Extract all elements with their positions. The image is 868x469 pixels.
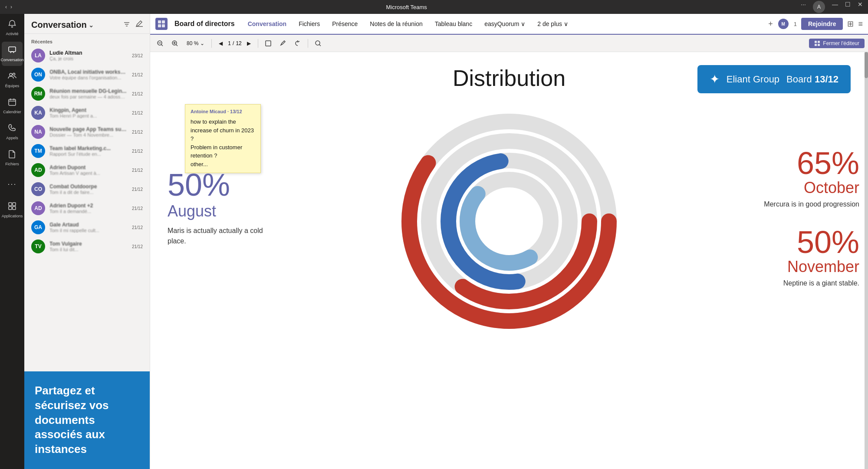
slide-canvas: Distribution ✦ Eliant Group Board 13/12 … — [150, 52, 868, 469]
tool1-button[interactable] — [262, 37, 275, 49]
activity-label: Activité — [6, 32, 18, 36]
right-stat-1-label: October — [755, 179, 859, 197]
chat-preview: Tom il lui dit... — [49, 247, 128, 252]
list-item[interactable]: AD Adrien Dupont Tom Artisan V agent à..… — [24, 161, 150, 180]
more-control[interactable]: ··· — [801, 1, 806, 13]
tool2-button[interactable] — [276, 37, 289, 49]
list-item[interactable]: ON ONBA, Local initiative workshop P... … — [24, 65, 150, 84]
add-tab-icon[interactable]: + — [768, 20, 773, 29]
chat-preview: Tom il a dit de faire... — [49, 190, 128, 195]
right-stat-1-percent: 65% — [755, 148, 859, 179]
list-item[interactable]: KA Kingpin, Agent Tom Henri P agent a...… — [24, 103, 150, 122]
zoom-level-button[interactable]: 80 % ⌄ — [183, 37, 208, 49]
tab-presence[interactable]: Présence — [326, 14, 364, 35]
activity-icon — [8, 20, 16, 30]
zoom-out-button[interactable] — [154, 37, 167, 49]
window-controls: ··· A — ☐ ✕ — [801, 1, 863, 13]
sticky-note-author: Antoine Micaud · 13/12 — [191, 109, 255, 114]
separator — [258, 39, 258, 48]
close-editor-button[interactable]: Fermer l'éditeur — [809, 39, 865, 48]
forward-icon[interactable]: › — [10, 4, 12, 10]
svg-rect-31 — [818, 41, 820, 43]
chat-preview: Tom il a demandé... — [49, 209, 128, 214]
list-item[interactable]: CO Combat Outdoorpe Tom il a dit de fair… — [24, 180, 150, 199]
avatar: ON — [31, 68, 45, 82]
svg-rect-17 — [162, 20, 165, 23]
conversation-label: Conversation — [0, 58, 23, 62]
compose-icon[interactable] — [135, 20, 143, 30]
search-button[interactable] — [312, 37, 325, 49]
tab-tableau-blanc[interactable]: Tableau blanc — [429, 14, 478, 35]
channel-settings-icon[interactable]: ≡ — [858, 20, 863, 29]
tab-fichiers[interactable]: Fichiers — [293, 14, 326, 35]
svg-rect-1 — [9, 47, 16, 52]
sidebar-item-apps[interactable]: Applications — [2, 198, 23, 222]
page-control: 1 / 12 — [228, 40, 241, 46]
sidebar-item-files[interactable]: Fichiers — [2, 146, 23, 170]
donut-chart — [396, 108, 622, 334]
files-icon — [8, 150, 16, 161]
channel-options-icon[interactable]: ⊞ — [847, 19, 854, 29]
avatar: KA — [31, 106, 45, 120]
list-item[interactable]: NA Nouvelle page App Teams sur ChatBot..… — [24, 122, 150, 141]
list-item[interactable]: RM Réunion mensuelle DG-Legin... deux fo… — [24, 84, 150, 103]
sidebar-item-conversation[interactable]: Conversation — [2, 42, 23, 66]
list-item[interactable]: TV Tom Vulgaire Tom il lui dit... 21/12 — [24, 237, 150, 256]
list-item[interactable]: TM Team label Marketing.c... Rapport Sur… — [24, 141, 150, 161]
close-control[interactable]: ✕ — [858, 1, 863, 13]
channel-name: Board of directors — [174, 20, 235, 28]
avatar-group: M — [777, 18, 789, 30]
files-label: Fichiers — [5, 162, 19, 166]
right-stat-1: 65% October Mercura is in good progressi… — [755, 148, 859, 209]
avatar: GA — [31, 220, 45, 234]
sidebar-icons — [123, 20, 143, 30]
chat-time: 21/12 — [132, 225, 143, 230]
chat-name: Adrien Dupont +2 — [49, 203, 128, 209]
chat-preview: Votre équipe dans l'organisation... — [49, 75, 128, 80]
eliant-logo-icon: ✦ — [710, 72, 720, 86]
tool3-button[interactable] — [291, 37, 304, 49]
chat-time: 21/12 — [132, 111, 143, 115]
minimize-control[interactable]: — — [832, 1, 838, 13]
tab-more[interactable]: 2 de plus ∨ — [531, 14, 574, 35]
chat-name: ONBA, Local initiative workshop P... — [49, 69, 128, 75]
chat-time: 21/12 — [132, 168, 143, 173]
sidebar-item-calls[interactable]: Appels — [2, 120, 23, 144]
tab-conversation[interactable]: Conversation — [242, 14, 293, 35]
sidebar: Conversation ⌄ Récentes LA Ludie Altman … — [24, 14, 150, 469]
tab-notes[interactable]: Notes de la réunion — [364, 14, 428, 35]
eliant-badge: ✦ Eliant Group Board 13/12 — [697, 65, 851, 93]
maximize-control[interactable]: ☐ — [845, 1, 851, 13]
svg-rect-19 — [162, 24, 165, 27]
chat-content: ONBA, Local initiative workshop P... Vot… — [49, 69, 128, 80]
left-stat-label: August — [168, 202, 263, 220]
chat-name: Adrien Dupont — [49, 164, 128, 171]
chat-content: Tom Vulgaire Tom il lui dit... — [49, 241, 128, 252]
filter-icon[interactable] — [123, 20, 131, 30]
list-item[interactable]: AD Adrien Dupont +2 Tom il a demandé... … — [24, 199, 150, 218]
zoom-in-button[interactable] — [168, 37, 181, 49]
back-icon[interactable]: ‹ — [5, 4, 7, 10]
sidebar-item-more[interactable]: ··· — [2, 172, 23, 196]
sidebar-item-calendar[interactable]: Calendrier — [2, 94, 23, 118]
avatar: TM — [31, 144, 45, 158]
svg-rect-16 — [158, 20, 161, 23]
scrollbar[interactable] — [865, 52, 868, 469]
sidebar-title-container[interactable]: Conversation ⌄ — [31, 20, 94, 30]
svg-rect-30 — [815, 41, 817, 43]
scrollbar-thumb[interactable] — [865, 52, 868, 78]
chat-preview: Tom il mi rappelle cult... — [49, 228, 128, 233]
chat-time: 21/12 — [132, 149, 143, 154]
sidebar-item-teams[interactable]: Équipes — [2, 68, 23, 92]
sidebar-item-activity[interactable]: Activité — [2, 16, 23, 40]
list-item[interactable]: GA Gale Artaud Tom il mi rappelle cult..… — [24, 218, 150, 237]
next-page-button[interactable]: ▶ — [243, 37, 254, 49]
tab-easyquorum[interactable]: easyQuorum ∨ — [478, 14, 531, 35]
chat-name: Tom Vulgaire — [49, 241, 128, 247]
list-item[interactable]: LA Ludie Altman Ça, je crois 23/12 — [24, 46, 150, 65]
eliant-board-date: 13/12 — [815, 74, 838, 85]
user-avatar[interactable]: A — [813, 1, 825, 13]
chat-time: 21/12 — [132, 244, 143, 249]
join-button[interactable]: Rejoindre — [801, 18, 843, 30]
prev-page-button[interactable]: ◀ — [215, 37, 226, 49]
